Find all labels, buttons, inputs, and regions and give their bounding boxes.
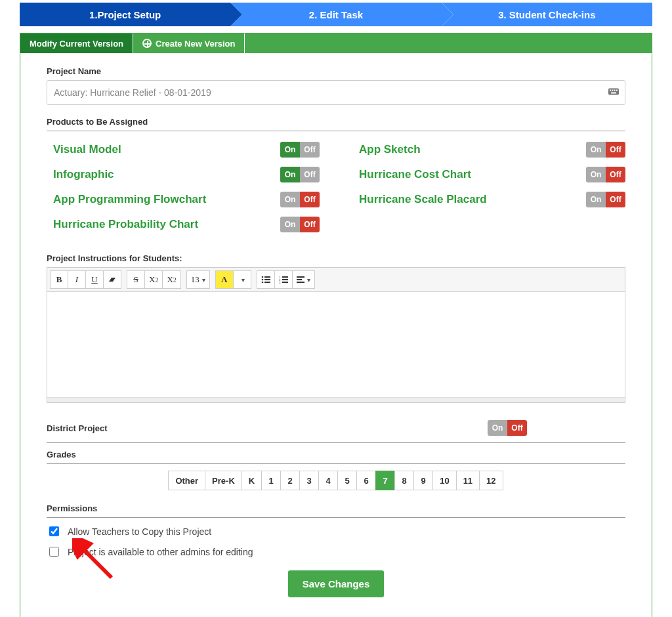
editor-italic-button[interactable]: I	[68, 270, 86, 289]
grades-selector: OtherPre-KK123456789101112	[47, 471, 625, 490]
permissions-label: Permissions	[47, 503, 625, 513]
toggle-on[interactable]: On	[280, 167, 300, 182]
editor-clear-format-button[interactable]	[103, 270, 121, 289]
project-setup-panel: Modify Current Version Create New Versio…	[20, 33, 652, 617]
editor-textcolor-button[interactable]: A	[215, 270, 234, 289]
save-changes-button[interactable]: Save Changes	[288, 570, 385, 597]
grade-option[interactable]: 11	[456, 471, 480, 490]
editor-ordered-list-button[interactable]: 123	[274, 270, 293, 289]
divider	[47, 442, 625, 443]
toggle-off[interactable]: Off	[606, 142, 625, 158]
toggle-on[interactable]: On	[586, 167, 606, 182]
divider	[47, 463, 625, 464]
svg-rect-1	[610, 90, 611, 91]
editor-textarea[interactable]	[47, 292, 625, 397]
allow-teachers-copy-label: Allow Teachers to Copy this Project	[68, 526, 211, 537]
grade-option[interactable]: Pre-K	[205, 471, 242, 490]
grades-label: Grades	[47, 450, 625, 459]
grade-option[interactable]: 5	[337, 471, 357, 490]
grade-option[interactable]: 2	[280, 471, 300, 490]
svg-point-8	[261, 279, 263, 281]
svg-rect-17	[282, 282, 288, 283]
tab-create-new-version-label: Create New Version	[156, 39, 235, 49]
toggle-off[interactable]: Off	[300, 142, 320, 158]
svg-rect-3	[614, 90, 615, 91]
product-name: Hurricane Scale Placard	[359, 193, 487, 206]
toggle-off[interactable]: Off	[300, 217, 320, 232]
toggle-on[interactable]: On	[586, 192, 606, 207]
toggle-off[interactable]: Off	[300, 192, 320, 207]
admin-edit-label: Project is available to other admins for…	[68, 547, 253, 557]
grade-option[interactable]: 12	[479, 471, 503, 490]
product-toggle[interactable]: OnOff	[586, 167, 625, 182]
grade-option[interactable]: 6	[356, 471, 376, 490]
grade-option[interactable]: Other	[168, 471, 205, 490]
divider	[47, 517, 625, 518]
step-student-checkins[interactable]: 3. Student Check-ins	[442, 3, 652, 26]
plus-icon	[142, 39, 152, 48]
editor-strikethrough-button[interactable]: S	[127, 270, 145, 289]
toggle-off[interactable]: Off	[606, 167, 625, 182]
product-toggle[interactable]: OnOff	[280, 192, 320, 207]
product-row: Hurricane Cost ChartOnOff	[359, 167, 625, 182]
editor-align-dropdown[interactable]	[292, 270, 315, 289]
grade-option[interactable]: 7	[375, 471, 395, 490]
svg-rect-0	[608, 89, 619, 95]
product-toggle[interactable]: OnOff	[586, 142, 625, 158]
grade-option[interactable]: 8	[394, 471, 414, 490]
version-tabs: Modify Current Version Create New Versio…	[20, 33, 652, 53]
product-toggle[interactable]: OnOff	[280, 142, 320, 158]
instructions-label: Project Instructions for Students:	[47, 253, 625, 263]
editor-underline-button[interactable]: U	[85, 270, 104, 289]
toggle-off[interactable]: Off	[300, 167, 320, 182]
editor-resize-handle[interactable]	[47, 397, 625, 402]
editor-textcolor-dropdown[interactable]	[233, 270, 251, 289]
toggle-off[interactable]: Off	[507, 420, 527, 436]
divider	[47, 131, 625, 131]
svg-text:3: 3	[279, 281, 281, 284]
toggle-on[interactable]: On	[280, 192, 300, 207]
grade-option[interactable]: 9	[413, 471, 433, 490]
svg-rect-7	[264, 276, 270, 278]
editor-bold-button[interactable]: B	[50, 270, 68, 289]
grade-option[interactable]: 4	[318, 471, 338, 490]
grade-option[interactable]: 10	[432, 471, 456, 490]
step-edit-task[interactable]: 2. Edit Task	[230, 3, 441, 26]
grade-option[interactable]: K	[242, 471, 262, 490]
svg-point-10	[261, 282, 263, 284]
toggle-on[interactable]: On	[280, 142, 300, 158]
toggle-on[interactable]: On	[280, 217, 300, 232]
grade-option[interactable]: 1	[261, 471, 281, 490]
products-grid: Visual ModelOnOffApp SketchOnOffInfograp…	[47, 138, 625, 239]
product-name: Hurricane Probability Chart	[53, 218, 198, 231]
toggle-on[interactable]: On	[586, 142, 606, 158]
tab-create-new-version[interactable]: Create New Version	[133, 33, 245, 53]
toggle-on[interactable]: On	[488, 420, 507, 436]
editor-unordered-list-button[interactable]	[257, 270, 275, 289]
product-toggle[interactable]: OnOff	[586, 192, 625, 207]
admin-edit-checkbox[interactable]	[49, 547, 59, 557]
editor-subscript-button[interactable]: X2	[162, 270, 180, 289]
product-row: Hurricane Scale PlacardOnOff	[359, 192, 625, 207]
svg-rect-13	[282, 276, 288, 278]
svg-rect-19	[297, 279, 302, 280]
grade-option[interactable]: 3	[299, 471, 319, 490]
allow-teachers-copy-checkbox[interactable]	[49, 526, 59, 536]
svg-rect-18	[297, 276, 304, 278]
svg-rect-4	[616, 90, 618, 91]
step-project-setup[interactable]: 1.Project Setup	[20, 3, 230, 26]
editor-fontsize-dropdown[interactable]: 13	[186, 270, 210, 289]
rich-text-editor: B I U S X2 X2 13 A	[47, 267, 625, 403]
product-row: Hurricane Probability ChartOnOff	[53, 217, 320, 232]
editor-superscript-button[interactable]: X2	[144, 270, 163, 289]
svg-rect-5	[611, 93, 616, 94]
product-row: Visual ModelOnOff	[53, 142, 320, 158]
tab-modify-current-version[interactable]: Modify Current Version	[20, 33, 133, 53]
project-name-input[interactable]	[47, 80, 625, 105]
svg-rect-2	[612, 90, 613, 91]
product-toggle[interactable]: OnOff	[280, 167, 320, 182]
district-project-toggle[interactable]: On Off	[488, 420, 527, 436]
product-toggle[interactable]: OnOff	[280, 217, 320, 232]
toggle-off[interactable]: Off	[606, 192, 625, 207]
product-name: Visual Model	[53, 143, 121, 156]
